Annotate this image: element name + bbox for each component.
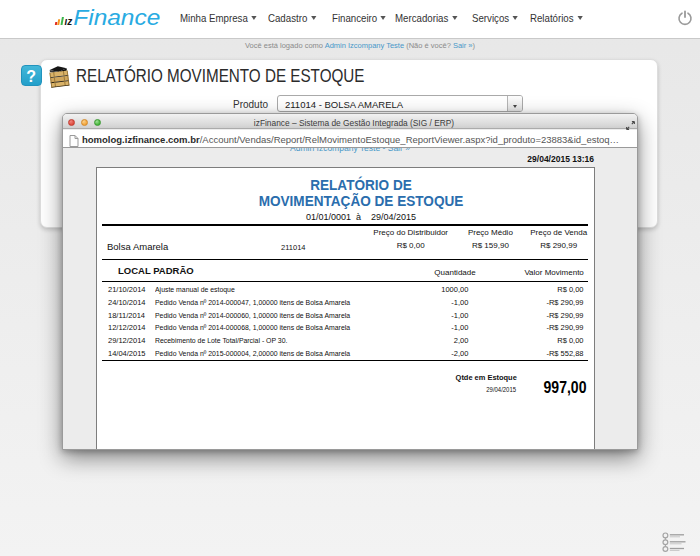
svg-text:ız: ız xyxy=(64,16,72,27)
svg-text:Finance: Finance xyxy=(73,6,160,30)
